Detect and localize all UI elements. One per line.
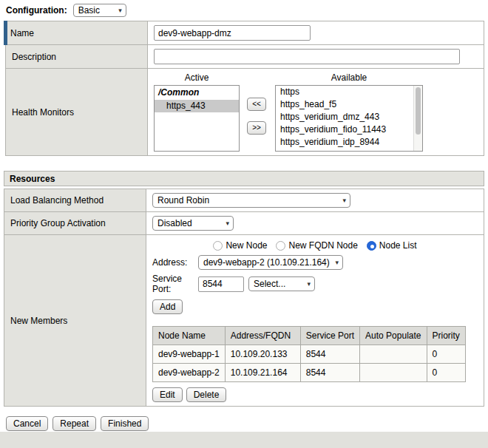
load-balancing-method-row: Load Balancing Method Round Robin ▾ [4,189,484,212]
member-node-name[interactable]: dev9-webapp-1 [153,345,226,364]
load-balancing-method-value: Round Robin [157,195,209,206]
member-address-fqdn: 10.109.20.133 [225,345,300,364]
radio-unselected-icon [213,241,223,251]
member-node-name[interactable]: dev9-webapp-2 [153,364,226,382]
address-label: Address: [152,257,198,268]
radio-new-node[interactable]: New Node [213,240,267,251]
node-type-radio-group: New Node New FQDN Node Node List [152,240,478,251]
delete-button[interactable]: Delete [186,387,227,402]
move-to-active-button[interactable]: << [247,98,266,111]
priority-group-activation-row: Priority Group Activation Disabled ▾ [4,212,484,235]
members-col-node-name: Node Name [153,327,226,345]
available-monitors-listbox[interactable]: https https_head_f5 https_veridium_dmz_4… [275,85,423,152]
active-list-title: Active [154,72,240,85]
configuration-label: Configuration: [6,5,67,16]
chevron-down-icon: ▾ [342,197,346,204]
health-monitors-row: Health Monitors Active /Common https_443… [6,69,484,156]
resources-section-title: Resources [10,174,55,184]
radio-new-fqdn-node[interactable]: New FQDN Node [276,240,357,251]
member-actions: Edit Delete [152,387,478,402]
resources-section-header: Resources [4,171,484,186]
move-to-available-button[interactable]: >> [247,121,266,135]
member-row[interactable]: dev9-webapp-2 10.109.21.164 8544 0 [153,364,466,382]
monitor-partition-group: /Common [155,86,239,100]
available-monitor-item[interactable]: https_veridium_idp_8944 [276,136,413,149]
radio-new-fqdn-node-label: New FQDN Node [288,240,357,251]
footer-band [0,432,488,448]
member-priority: 0 [427,364,465,382]
form-action-buttons: Cancel Repeat Finished [6,416,488,431]
add-button[interactable]: Add [152,299,183,314]
name-label: Name [6,21,148,45]
member-auto-populate [360,364,427,382]
priority-group-activation-label: Priority Group Activation [4,212,146,235]
description-label: Description [6,45,148,69]
scrollbar-thumb[interactable] [416,87,421,135]
resources-table: Load Balancing Method Round Robin ▾ Prio… [4,189,484,407]
general-properties-table: Name Description Health Monitors Active … [4,21,484,156]
configuration-select[interactable]: Basic ▾ [73,4,126,17]
chevron-down-icon: ▾ [118,7,122,14]
members-col-address-fqdn: Address/FQDN [225,327,300,345]
service-port-select-value: Select... [254,279,285,289]
name-input[interactable] [154,25,311,41]
radio-node-list[interactable]: Node List [367,240,417,251]
chevron-down-icon: ▾ [226,220,229,227]
member-auto-populate [360,345,427,364]
configuration-select-value: Basic [78,5,100,16]
members-table: Node Name Address/FQDN Service Port Auto… [152,326,466,382]
member-priority: 0 [427,345,465,364]
available-monitor-item[interactable]: https_head_f5 [276,98,413,111]
available-monitor-item[interactable]: https_veridium_fido_11443 [276,123,413,136]
available-list-title: Available [275,72,423,85]
load-balancing-method-select[interactable]: Round Robin ▾ [152,193,350,208]
health-monitors-picker: Active /Common https_443 << >> Available [154,72,478,152]
members-col-auto-populate: Auto Populate [360,327,427,345]
health-monitors-label: Health Monitors [6,69,148,156]
priority-group-activation-select[interactable]: Disabled ▾ [152,216,234,231]
address-select-value: dev9-webapp-2 (10.109.21.164) [203,257,330,268]
configuration-bar: Configuration: Basic ▾ [0,0,488,21]
repeat-button[interactable]: Repeat [52,416,96,431]
radio-node-list-label: Node List [379,240,417,251]
scrollbar[interactable] [413,86,422,151]
chevron-down-icon: ▾ [335,259,339,266]
new-members-row: New Members New Node New FQDN Node Node … [4,235,484,407]
new-members-label: New Members [4,235,146,407]
edit-button[interactable]: Edit [152,387,183,402]
radio-unselected-icon [276,241,285,251]
member-row[interactable]: dev9-webapp-1 10.109.20.133 8544 0 [153,345,466,364]
members-col-priority: Priority [427,327,465,345]
service-port-input[interactable] [198,276,244,292]
radio-selected-icon [367,241,376,251]
cancel-button[interactable]: Cancel [6,416,48,431]
available-monitor-item[interactable]: https [276,86,413,98]
pool-configuration-page: Configuration: Basic ▾ Name Description … [0,0,488,448]
address-select[interactable]: dev9-webapp-2 (10.109.21.164) ▾ [198,255,343,270]
radio-new-node-label: New Node [226,240,267,251]
active-monitor-item[interactable]: https_443 [155,100,239,112]
description-row: Description [6,45,484,69]
address-field-row: Address: dev9-webapp-2 (10.109.21.164) ▾ [152,255,478,270]
member-address-fqdn: 10.109.21.164 [225,364,300,382]
member-service-port: 8544 [300,364,359,382]
members-table-header-row: Node Name Address/FQDN Service Port Auto… [153,327,466,345]
service-port-field-row: Service Port: Select... ▾ [152,274,478,294]
service-port-select[interactable]: Select... ▾ [248,276,315,291]
monitor-move-buttons: << >> [247,98,266,135]
priority-group-activation-value: Disabled [157,218,192,228]
service-port-label: Service Port: [152,274,198,294]
member-service-port: 8544 [300,345,359,364]
finished-button[interactable]: Finished [101,416,149,431]
name-row: Name [6,21,484,45]
active-monitors-listbox[interactable]: /Common https_443 [154,85,240,152]
members-col-service-port: Service Port [300,327,359,345]
description-input[interactable] [154,49,460,64]
load-balancing-method-label: Load Balancing Method [4,189,146,212]
chevron-down-icon: ▾ [307,280,311,288]
available-monitor-item[interactable]: https_veridium_dmz_443 [276,111,413,123]
